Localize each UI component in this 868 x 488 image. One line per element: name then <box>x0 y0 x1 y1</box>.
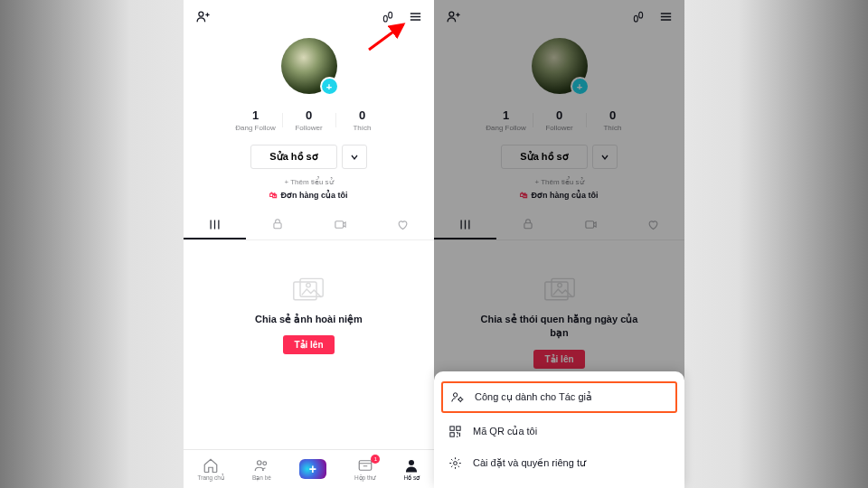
svg-point-19 <box>557 283 561 287</box>
inbox-badge: 1 <box>371 455 380 464</box>
svg-point-25 <box>454 462 458 465</box>
nav-create[interactable]: + <box>299 459 326 479</box>
svg-rect-18 <box>552 278 574 296</box>
svg-point-0 <box>198 12 203 16</box>
svg-rect-17 <box>544 282 567 300</box>
phone-left: + 1Đang Follow 0Follower 0Thích Sửa hồ s… <box>184 0 434 488</box>
edit-profile-button[interactable]: Sửa hồ sơ <box>501 145 587 169</box>
photo-icon <box>292 277 325 304</box>
svg-rect-4 <box>335 221 344 228</box>
nav-home[interactable]: Trang chủ <box>198 457 224 482</box>
upload-button[interactable]: Tải lên <box>533 350 584 369</box>
profile-dropdown-button[interactable] <box>592 145 618 169</box>
nav-friends[interactable]: Bạn bè <box>252 457 271 482</box>
svg-point-13 <box>634 15 637 22</box>
tab-feed[interactable] <box>434 211 496 239</box>
hamburger-menu: Công cụ dành cho Tác giả Mã QR của tôi C… <box>434 371 684 488</box>
svg-point-14 <box>639 12 643 18</box>
svg-point-20 <box>453 393 457 397</box>
bag-icon: 🛍 <box>520 191 528 200</box>
profile-dropdown-button[interactable] <box>342 145 367 169</box>
avatar[interactable]: + <box>281 38 337 94</box>
svg-point-1 <box>383 15 387 22</box>
avatar[interactable]: + <box>532 38 588 94</box>
photo-icon <box>543 277 576 304</box>
phone-right: + 1Đang Follow 0Follower 0Thích Sửa hồ s… <box>434 0 684 488</box>
svg-rect-22 <box>450 427 454 430</box>
avatar-add-icon[interactable]: + <box>320 77 339 96</box>
tab-feed[interactable] <box>184 211 246 239</box>
footprint-icon[interactable] <box>630 8 646 24</box>
menu-qr-code[interactable]: Mã QR của tôi <box>434 416 684 447</box>
menu-creator-tools[interactable]: Công cụ dành cho Tác giả <box>441 381 677 413</box>
svg-point-7 <box>307 283 311 287</box>
add-friend-icon[interactable] <box>194 8 211 24</box>
profile-content: + 1Đang Follow 0Follower 0Thích Sửa hồ s… <box>184 33 434 449</box>
empty-title: Chia sẻ thói quen hằng ngày của bạn <box>478 313 641 341</box>
svg-rect-16 <box>586 221 594 228</box>
stats-row: 1Đang Follow 0Follower 0Thích <box>230 108 389 132</box>
tab-private[interactable] <box>496 211 559 239</box>
bottom-nav: Trang chủ Bạn bè + 1Hộp thư Hồ sơ <box>184 449 434 488</box>
add-bio-link[interactable]: + Thêm tiểu sử <box>534 178 583 186</box>
profile-tabs <box>184 211 434 240</box>
my-orders-link[interactable]: 🛍Đơn hàng của tôi <box>520 191 598 200</box>
menu-icon[interactable] <box>407 8 423 24</box>
my-orders-link[interactable]: 🛍Đơn hàng của tôi <box>269 191 347 200</box>
tab-liked[interactable] <box>372 211 434 239</box>
svg-point-21 <box>458 398 462 401</box>
avatar-add-icon[interactable]: + <box>571 77 590 96</box>
tab-private[interactable] <box>246 211 308 239</box>
svg-rect-3 <box>274 223 281 229</box>
tab-liked[interactable] <box>622 211 684 239</box>
svg-rect-24 <box>450 433 454 436</box>
add-friend-icon[interactable] <box>445 8 461 24</box>
upload-button[interactable]: Tải lên <box>283 335 334 354</box>
footprint-icon[interactable] <box>380 8 396 24</box>
stat-likes[interactable]: 0Thích <box>336 108 389 132</box>
svg-point-11 <box>409 460 414 465</box>
person-gear-icon <box>450 390 464 404</box>
svg-point-9 <box>263 461 267 465</box>
add-bio-link[interactable]: + Thêm tiểu sử <box>284 178 333 186</box>
svg-rect-10 <box>359 460 372 470</box>
empty-state: Chia sẻ ảnh hoài niệm Tải lên <box>255 240 363 449</box>
stat-followers[interactable]: 0Follower <box>533 108 586 132</box>
stat-following[interactable]: 1Đang Follow <box>480 108 533 132</box>
nav-inbox[interactable]: 1Hộp thư <box>354 457 376 482</box>
empty-title: Chia sẻ ảnh hoài niệm <box>255 313 363 326</box>
tab-repost[interactable] <box>309 211 372 239</box>
svg-point-2 <box>389 12 392 18</box>
stat-following[interactable]: 1Đang Follow <box>230 108 282 132</box>
bag-icon: 🛍 <box>269 191 278 200</box>
menu-settings-privacy[interactable]: Cài đặt và quyền riêng tư <box>434 447 684 479</box>
stat-followers[interactable]: 0Follower <box>283 108 335 132</box>
gear-icon <box>448 456 462 470</box>
svg-point-8 <box>258 460 262 465</box>
menu-icon[interactable] <box>657 8 674 24</box>
svg-rect-23 <box>457 427 460 430</box>
topbar <box>434 0 684 33</box>
stat-likes[interactable]: 0Thích <box>587 108 639 132</box>
svg-point-12 <box>448 12 453 16</box>
topbar <box>184 0 434 33</box>
nav-profile[interactable]: Hồ sơ <box>403 457 420 482</box>
qr-icon <box>448 425 462 438</box>
svg-rect-15 <box>524 223 532 229</box>
edit-profile-button[interactable]: Sửa hồ sơ <box>250 145 336 169</box>
tab-repost[interactable] <box>560 211 622 239</box>
